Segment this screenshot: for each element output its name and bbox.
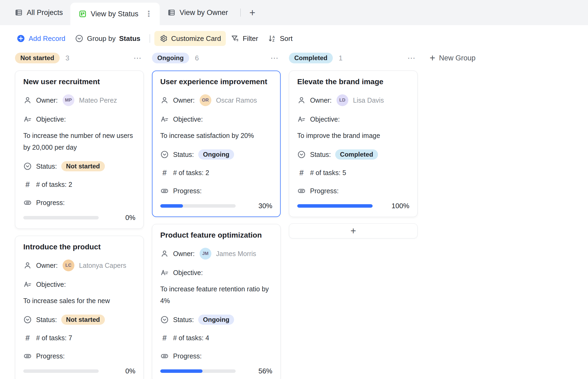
- progress-percent: 56%: [258, 367, 272, 375]
- group-menu-icon[interactable]: ⋯: [407, 54, 416, 62]
- progress-percent: 0%: [125, 367, 135, 375]
- objective-label: Objective:: [310, 115, 340, 123]
- tab-view-by-status[interactable]: View by Status ⋮: [70, 3, 160, 25]
- owner-name: Oscar Ramos: [216, 96, 257, 104]
- status-badge: Not started: [61, 161, 105, 171]
- status-select-icon: [297, 150, 306, 159]
- add-view-button[interactable]: +: [246, 7, 259, 18]
- avatar: OR: [200, 94, 211, 106]
- project-card-selected[interactable]: User experience improvement Owner: OR Os…: [152, 71, 281, 217]
- progress-track: [23, 216, 99, 219]
- owner-name: James Morris: [216, 250, 256, 258]
- kanban-view-icon: [78, 10, 87, 18]
- plus-icon: +: [430, 53, 435, 63]
- toolbar-divider: [150, 34, 150, 43]
- progress-field-icon: [160, 187, 169, 195]
- tasks-value: # of tasks: 5: [310, 169, 346, 177]
- customize-card-label: Customize Card: [171, 34, 221, 43]
- text-field-icon: [23, 115, 32, 123]
- column-header: Not started 3 ⋯: [15, 52, 144, 64]
- filter-funnel-icon: [231, 34, 239, 43]
- project-card[interactable]: New user recruitment Owner: MP Mateo Per…: [15, 71, 144, 229]
- grid-view-icon: [167, 8, 176, 17]
- group-menu-icon[interactable]: ⋯: [270, 54, 279, 62]
- progress-percent: 100%: [392, 202, 410, 210]
- content-panel: Add Record Group by Status Customize Car…: [6, 25, 588, 379]
- toolbar: Add Record Group by Status Customize Car…: [17, 31, 588, 46]
- tab-view-by-owner[interactable]: View by Owner: [160, 0, 235, 25]
- chevron-circle-icon: [75, 34, 83, 43]
- tab-divider: [240, 9, 241, 17]
- progress-percent: 0%: [125, 214, 135, 222]
- progress-track: [23, 369, 99, 373]
- status-badge: Ongoing: [198, 315, 234, 325]
- text-field-icon: [23, 280, 32, 289]
- objective-label: Objective:: [173, 269, 203, 277]
- progress-field-icon: [160, 352, 169, 360]
- progress-percent: 30%: [258, 202, 272, 210]
- column-header: Ongoing 6 ⋯: [152, 52, 281, 64]
- progress-label: Progress:: [310, 187, 339, 195]
- card-title: Product feature optimization: [160, 231, 272, 240]
- project-card[interactable]: Product feature optimization Owner: JM J…: [152, 224, 281, 379]
- group-badge: Not started: [15, 53, 60, 63]
- sort-button[interactable]: A Z Sort: [263, 31, 297, 46]
- progress-label: Progress:: [173, 187, 202, 195]
- status-select-icon: [23, 315, 32, 324]
- sort-label: Sort: [280, 34, 293, 43]
- status-badge: Not started: [61, 315, 105, 325]
- project-card[interactable]: Elevate the brand image Owner: LD Lisa D…: [289, 71, 418, 217]
- status-label: Status:: [36, 163, 57, 170]
- group-by-prefix: Group by: [87, 34, 116, 43]
- text-field-icon: [160, 115, 169, 123]
- person-icon: [297, 96, 306, 105]
- sort-az-icon: A Z: [268, 34, 276, 43]
- status-badge: Completed: [335, 149, 378, 160]
- tasks-value: # of tasks: 2: [173, 169, 209, 177]
- objective-text: To increase the number of new users by 2…: [23, 130, 135, 153]
- progress-fill: [160, 369, 203, 373]
- filter-button[interactable]: Filter: [226, 31, 263, 46]
- progress-track: [297, 204, 373, 208]
- number-field-icon: #: [23, 181, 32, 188]
- new-group-button[interactable]: + New Group: [430, 52, 476, 64]
- card-title: User experience improvement: [160, 77, 272, 86]
- tasks-value: # of tasks: 2: [36, 181, 72, 188]
- text-field-icon: [297, 115, 306, 123]
- svg-text:A: A: [272, 35, 275, 39]
- view-tab-bar: All Projects View by Status ⋮ View by Ow…: [0, 0, 588, 25]
- objective-label: Objective:: [36, 115, 66, 123]
- group-badge: Ongoing: [152, 53, 189, 63]
- new-group-label: New Group: [439, 54, 476, 62]
- plus-circle-icon: [17, 34, 25, 43]
- status-label: Status:: [173, 151, 194, 158]
- group-menu-icon[interactable]: ⋯: [133, 54, 142, 62]
- objective-label: Objective:: [36, 281, 66, 288]
- group-count: 6: [195, 54, 199, 62]
- tab-label: View by Owner: [180, 9, 228, 17]
- number-field-icon: #: [297, 169, 306, 177]
- add-card-button[interactable]: +: [289, 223, 418, 238]
- status-label: Status:: [310, 151, 331, 158]
- objective-text: To increase feature retention ratio by 4…: [160, 283, 272, 307]
- progress-label: Progress:: [36, 352, 65, 360]
- number-field-icon: #: [160, 334, 169, 342]
- group-badge: Completed: [289, 53, 333, 63]
- person-icon: [23, 261, 32, 270]
- group-by-button[interactable]: Group by Status: [70, 31, 145, 46]
- column-ongoing: Ongoing 6 ⋯ User experience improvement …: [152, 52, 281, 379]
- tab-menu-kebab-icon[interactable]: ⋮: [145, 10, 153, 18]
- avatar: MP: [63, 94, 74, 106]
- tab-label: View by Status: [91, 10, 138, 18]
- column-completed: Completed 1 ⋯ Elevate the brand image Ow…: [289, 52, 418, 238]
- tab-all-projects[interactable]: All Projects: [7, 0, 70, 25]
- customize-card-button[interactable]: Customize Card: [154, 31, 226, 46]
- card-title: New user recruitment: [23, 77, 135, 86]
- project-card[interactable]: Introduce the product Owner: LC Latonya …: [15, 236, 144, 379]
- number-field-icon: #: [23, 334, 32, 342]
- add-record-button[interactable]: Add Record: [17, 31, 70, 46]
- kanban-board: Not started 3 ⋯ New user recruitment Own…: [6, 46, 588, 379]
- grid-view-icon: [14, 8, 23, 17]
- status-select-icon: [23, 162, 32, 171]
- owner-name: Latonya Capers: [79, 262, 127, 269]
